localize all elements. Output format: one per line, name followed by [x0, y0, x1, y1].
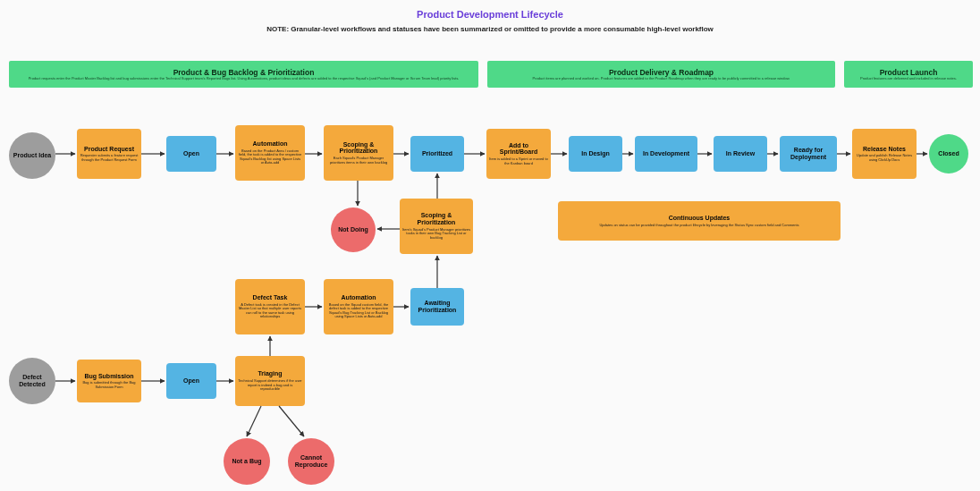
node-add-sprint: Add to Sprint/BoardItem is added to a Sp…: [486, 129, 551, 179]
node-open-2-title: Open: [183, 377, 199, 385]
node-scoping-2: Scoping & PrioritizationItem's Squad's P…: [400, 199, 473, 254]
node-not-doing-title: Not Doing: [338, 226, 368, 233]
node-continuous-updates: Continuous UpdatesUpdates on status can …: [558, 201, 841, 241]
node-cannot-reproduce-title: Cannot Reproduce: [291, 454, 332, 468]
node-automation-2: AutomationBased on the Squad custom fiel…: [324, 279, 393, 334]
node-scoping-1-title: Scoping & Prioritization: [326, 141, 391, 155]
node-not-doing: Not Doing: [331, 207, 376, 252]
node-in-review: In Review: [714, 136, 767, 172]
node-prioritized-title: Prioritized: [422, 150, 452, 157]
node-triaging: TriagingTechnical Support determines if …: [235, 356, 305, 406]
node-open-2: Open: [166, 363, 216, 399]
node-cannot-reproduce: Cannot Reproduce: [288, 438, 334, 485]
node-open-1-title: Open: [183, 150, 199, 157]
node-bug-submission: Bug SubmissionBug is submitted through t…: [77, 360, 141, 402]
node-automation-1-sub: Based on the Product Area / custom field…: [238, 149, 302, 165]
node-automation-2-title: Automation: [342, 294, 376, 301]
node-product-request: Product RequestRequester submits a featu…: [77, 129, 141, 179]
node-in-design: In Design: [569, 136, 622, 172]
node-automation-2-sub: Based on the Squad custom field, the def…: [326, 303, 391, 319]
start-product-idea-label: Product Idea: [13, 152, 51, 159]
node-automation-1: AutomationBased on the Product Area / cu…: [235, 125, 305, 181]
node-product-request-sub: Requester submits a feature request thro…: [80, 154, 139, 162]
node-release-notes-title: Release Notes: [863, 146, 906, 153]
svg-line-22: [247, 406, 261, 436]
node-scoping-1-sub: Each Squad's Product Manager prioritizes…: [326, 157, 391, 165]
node-release-notes: Release NotesUpdate and publish Release …: [852, 129, 917, 179]
start-product-idea: Product Idea: [9, 132, 55, 179]
band-delivery-sub: Product items are planned and worked on.…: [528, 77, 796, 81]
node-in-development: In Development: [635, 136, 697, 172]
node-open-1: Open: [166, 136, 216, 172]
node-add-sprint-title: Add to Sprint/Board: [489, 142, 548, 156]
node-closed: Closed: [929, 134, 968, 174]
node-not-a-bug: Not a Bug: [224, 438, 270, 485]
node-continuous-updates-title: Continuous Updates: [669, 215, 730, 222]
start-defect-detected-label: Defect Detected: [12, 374, 53, 387]
node-in-design-title: In Design: [581, 150, 610, 157]
node-add-sprint-sub: Item is added to a Sprint or moved to th…: [489, 157, 548, 165]
node-release-notes-sub: Update and publish Release Notes using C…: [855, 154, 914, 162]
node-triaging-sub: Technical Support determines if the user…: [238, 379, 302, 392]
node-prioritized: Prioritized: [410, 136, 464, 172]
node-continuous-updates-sub: Updates on status can be provided throug…: [599, 224, 798, 228]
node-in-development-title: In Development: [643, 150, 689, 157]
node-in-review-title: In Review: [726, 150, 755, 157]
node-scoping-2-sub: Item's Squad's Product Manager prioritiz…: [402, 228, 470, 241]
band-launch-sub: Product features are delivered and inclu…: [855, 77, 962, 81]
node-automation-1-title: Automation: [253, 140, 288, 148]
band-backlog: Product & Bug Backlog & Prioritization P…: [9, 61, 478, 88]
node-defect-task: Defect TaskA Defect task is created in t…: [235, 279, 305, 334]
node-closed-title: Closed: [938, 150, 959, 157]
node-awaiting-prioritization-title: Awaiting Prioritization: [413, 300, 461, 313]
page-note: NOTE: Granular-level workflows and statu…: [0, 25, 980, 33]
node-defect-task-sub: A Defect task is created in the Defect M…: [238, 303, 302, 319]
node-ready-deploy: Ready for Deployment: [780, 136, 837, 172]
start-defect-detected: Defect Detected: [9, 358, 55, 404]
node-product-request-title: Product Request: [84, 146, 134, 153]
node-bug-submission-title: Bug Submission: [84, 373, 133, 380]
svg-line-23: [279, 406, 304, 436]
node-triaging-title: Triaging: [258, 370, 282, 377]
page-title: Product Development Lifecycle: [0, 9, 980, 20]
node-awaiting-prioritization: Awaiting Prioritization: [410, 288, 464, 326]
node-scoping-1: Scoping & PrioritizationEach Squad's Pro…: [324, 125, 393, 181]
node-bug-submission-sub: Bug is submitted through the Bug Submiss…: [80, 381, 139, 389]
band-delivery: Product Delivery & Roadmap Product items…: [487, 61, 835, 88]
band-launch: Product Launch Product features are deli…: [844, 61, 973, 88]
node-defect-task-title: Defect Task: [253, 294, 288, 301]
band-backlog-sub: Product requests enter the Product Maste…: [23, 77, 465, 81]
node-scoping-2-title: Scoping & Prioritization: [402, 212, 470, 225]
node-not-a-bug-title: Not a Bug: [232, 458, 261, 465]
node-ready-deploy-title: Ready for Deployment: [782, 147, 834, 160]
